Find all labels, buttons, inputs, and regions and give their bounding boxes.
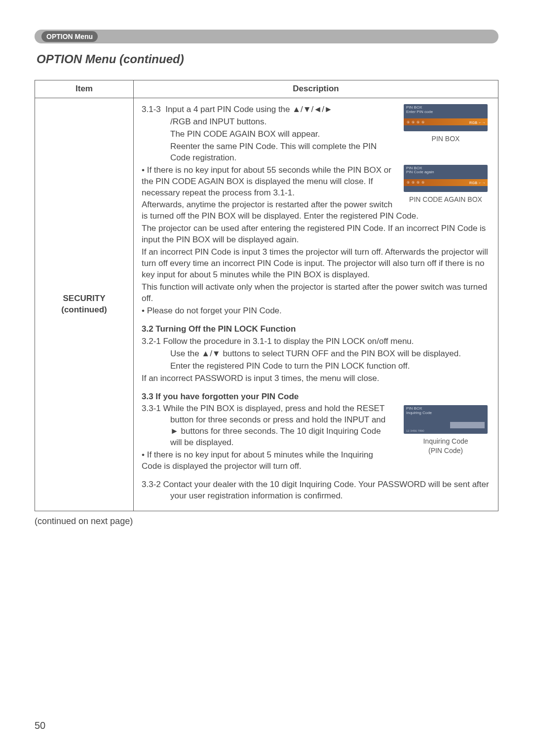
osd-grey-rect (450, 422, 485, 428)
osd-dots: ① ① ① ① (407, 120, 425, 124)
p-321-b: Use the ▲/▼ buttons to select TURN OFF a… (142, 348, 490, 360)
after-2: The projector can be used after entering… (142, 223, 490, 246)
osd-footer: 12 3456 7890 (406, 429, 485, 433)
figure-caption: PIN CODE AGAIN BOX (401, 195, 490, 204)
osd-dots: ① ① ① ① (407, 180, 425, 185)
figure-caption: PIN BOX (401, 134, 490, 144)
item-cell: SECURITY (continued) (35, 98, 134, 511)
item-line1: SECURITY (38, 293, 130, 304)
figure-pin-box: PIN BOX Enter PIN code ① ① ① ① RGB ←→ PI… (401, 104, 490, 144)
bullet-2: • Please do not forget your PIN Code. (142, 305, 490, 317)
heading-33: 3.3 If you have forgotten your PIN Code (142, 391, 490, 403)
osd-inquiring-code: PIN BOX Inquiring Code 12 3456 7890 (404, 405, 488, 434)
page: OPTION Menu OPTION Menu (continued) Item… (0, 0, 533, 756)
after-4: This function will activate only when th… (142, 282, 490, 304)
after-3: If an incorrect PIN Code is input 3 time… (142, 247, 490, 281)
description-cell: PIN BOX Enter PIN code ① ① ① ① RGB ←→ PI… (134, 98, 498, 511)
osd-band-text: RGB ←→ (469, 120, 486, 125)
osd-pin-code-again: PIN BOX PIN Code again ① ① ① ① RGB ←→ (404, 165, 488, 192)
header-item: Item (35, 80, 134, 98)
header-description: Description (134, 80, 498, 98)
section-ribbon: OPTION Menu (35, 30, 498, 43)
item-line2: (continued) (38, 304, 130, 316)
p-332: 3.3-2 Contact your dealer with the 10 di… (142, 479, 490, 502)
figure-inquiring-code: PIN BOX Inquiring Code 12 3456 7890 Inqu… (401, 405, 490, 455)
heading-32: 3.2 Turning Off the PIN LOCK Function (142, 324, 490, 335)
page-number: 50 (35, 720, 45, 731)
p-32-after: If an incorrect PASSWORD is input 3 time… (142, 373, 490, 384)
figure-pin-code-again-box: PIN BOX PIN Code again ① ① ① ① RGB ←→ PI… (401, 165, 490, 204)
page-title: OPTION Menu (continued) (37, 52, 498, 66)
osd-title: PIN BOX Enter PIN code (406, 106, 433, 114)
osd-title: PIN BOX Inquiring Code (406, 407, 432, 416)
table-row: SECURITY (continued) PIN BOX Enter PIN c… (35, 98, 498, 511)
security-table: Item Description SECURITY (continued) PI… (35, 80, 498, 511)
p-313-d: Reenter the same PIN Code. This will com… (142, 141, 490, 164)
osd-title: PIN BOX PIN Code again (406, 166, 434, 175)
figure-caption-line2: (PIN Code) (401, 446, 490, 455)
ribbon-label: OPTION Menu (41, 31, 98, 42)
osd-band-text: RGB ←→ (469, 181, 486, 185)
p-321-c: Enter the registered PIN Code to turn th… (142, 361, 490, 372)
osd-pin-box: PIN BOX Enter PIN code ① ① ① ① RGB ←→ (404, 104, 488, 131)
figure-caption-line1: Inquiring Code (401, 437, 490, 446)
p-321-a: 3.2-1 Follow the procedure in 3.1-1 to d… (142, 336, 490, 347)
continued-note: (continued on next page) (35, 516, 498, 527)
